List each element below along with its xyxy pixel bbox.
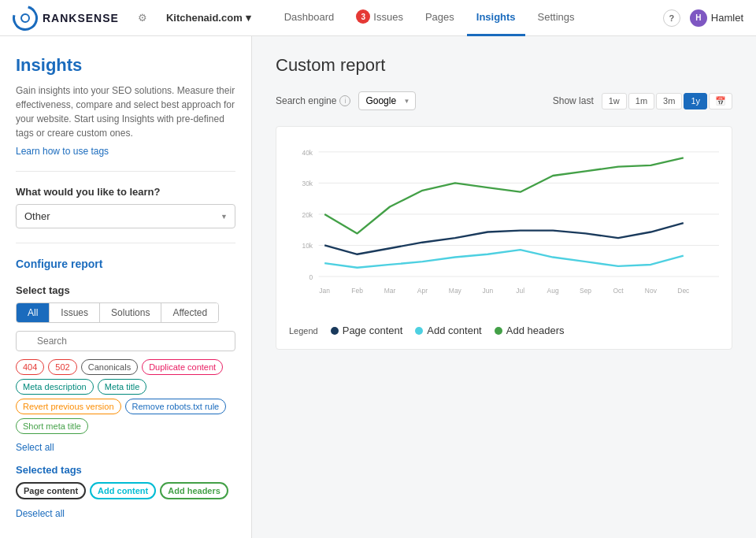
calendar-button[interactable]: 📅	[709, 93, 732, 109]
engine-select-wrapper: Google Bing Yahoo	[358, 91, 416, 110]
selected-tag-add-content[interactable]: Add content	[90, 482, 156, 499]
deselect-all-link[interactable]: Deselect all	[16, 508, 65, 519]
chart-area: 40k 30k 20k 10k 0 Jan Feb Mar Apr May Ju…	[276, 126, 732, 350]
legend-title: Legend	[289, 326, 318, 336]
chart-svg: 40k 30k 20k 10k 0 Jan Feb Mar Apr May Ju…	[289, 139, 719, 315]
main-layout: Insights Gain insights into your SEO sol…	[0, 36, 756, 538]
nav-item-pages[interactable]: Pages	[416, 0, 464, 36]
chevron-down-icon: ▾	[246, 12, 251, 24]
svg-text:Sep: Sep	[580, 287, 591, 295]
svg-text:Aug: Aug	[547, 287, 559, 295]
engine-select[interactable]: Google Bing Yahoo	[358, 91, 416, 110]
engine-info-icon[interactable]: i	[339, 95, 350, 106]
legend-page-content: Page content	[331, 325, 403, 336]
nav-item-dashboard[interactable]: Dashboard	[275, 0, 344, 36]
main-nav: Dashboard 3 Issues Pages Insights Settin…	[275, 0, 647, 37]
selected-tag-page-content[interactable]: Page content	[16, 482, 86, 499]
selected-tags-title: Selected tags	[16, 464, 235, 476]
divider-2	[16, 243, 235, 243]
issues-badge: 3	[356, 9, 370, 24]
controls-row: Search engine i Google Bing Yahoo Show l…	[276, 91, 732, 110]
svg-text:Nov: Nov	[645, 287, 658, 295]
learn-select[interactable]: Other Rankings Traffic Conversions	[16, 204, 235, 228]
legend-dot-add-headers	[495, 327, 502, 335]
divider-1	[16, 171, 235, 172]
legend-add-headers: Add headers	[495, 325, 565, 336]
nav-item-settings[interactable]: Settings	[528, 0, 584, 36]
legend-label-page-content: Page content	[343, 325, 403, 336]
help-button[interactable]: ?	[663, 9, 680, 27]
svg-text:Dec: Dec	[677, 287, 690, 295]
chart-legend: Legend Page content Add content Add head…	[289, 325, 719, 336]
svg-text:Oct: Oct	[613, 287, 624, 295]
svg-text:Jan: Jan	[319, 287, 330, 295]
select-tags-label: Select tags	[16, 284, 235, 296]
legend-label-add-content: Add content	[427, 325, 481, 336]
logo-icon	[8, 1, 43, 35]
avatar: H	[690, 9, 707, 27]
svg-text:Jun: Jun	[482, 287, 493, 295]
nav-item-issues-label: Issues	[373, 11, 403, 23]
selected-tag-add-headers[interactable]: Add headers	[160, 482, 228, 499]
user-menu[interactable]: H Hamlet	[690, 9, 743, 27]
tag-remove-robots[interactable]: Remove robots.txt rule	[125, 399, 227, 414]
main-content: Custom report Search engine i Google Bin…	[252, 36, 756, 538]
time-1w[interactable]: 1w	[602, 93, 627, 109]
time-1m[interactable]: 1m	[628, 93, 654, 109]
selected-tags-list: Page content Add content Add headers	[16, 482, 235, 499]
logo: RANKSENSE	[13, 6, 119, 31]
logo-inner	[20, 13, 30, 23]
legend-dot-page-content	[331, 327, 339, 335]
svg-text:40k: 40k	[302, 149, 313, 157]
select-all-link[interactable]: Select all	[16, 442, 235, 453]
tag-meta-description[interactable]: Meta description	[16, 379, 94, 395]
legend-add-content: Add content	[415, 325, 481, 336]
svg-text:10k: 10k	[302, 242, 313, 250]
configure-report-title: Configure report	[16, 258, 235, 270]
svg-text:Apr: Apr	[417, 287, 428, 295]
legend-dot-add-content	[415, 327, 423, 335]
learn-link[interactable]: Learn how to use tags	[16, 146, 109, 157]
tag-502[interactable]: 502	[48, 359, 76, 375]
tab-solutions[interactable]: Solutions	[100, 303, 161, 322]
learn-select-wrapper: Other Rankings Traffic Conversions	[16, 204, 235, 228]
tab-all[interactable]: All	[17, 303, 50, 322]
report-title: Custom report	[276, 55, 732, 76]
nav-item-issues[interactable]: 3 Issues	[346, 0, 413, 37]
tag-search-wrapper: 🔍	[16, 331, 235, 351]
tag-meta-title[interactable]: Meta title	[98, 379, 147, 395]
tag-search-input[interactable]	[16, 331, 235, 351]
tag-duplicate-content[interactable]: Duplicate content	[142, 359, 223, 375]
svg-text:Feb: Feb	[351, 287, 363, 295]
svg-text:Jul: Jul	[516, 287, 524, 295]
tag-short-meta[interactable]: Short meta title	[16, 418, 88, 434]
site-selector[interactable]: Kitchenaid.com ▾	[166, 12, 251, 24]
logo-text: RANKSENSE	[43, 12, 119, 24]
legend-label-add-headers: Add headers	[506, 325, 565, 336]
tag-canonicals[interactable]: Canonicals	[81, 359, 138, 375]
gear-icon[interactable]: ⚙	[135, 9, 150, 27]
site-name: Kitchenaid.com	[166, 12, 243, 24]
tags-tabs: All Issues Solutions Affected	[16, 302, 219, 323]
time-buttons: 1w 1m 3m 1y 📅	[602, 93, 732, 109]
tag-revert-previous[interactable]: Revert previous version	[16, 399, 121, 414]
user-name: Hamlet	[711, 12, 743, 24]
svg-text:30k: 30k	[302, 180, 313, 187]
tab-affected[interactable]: Affected	[161, 303, 218, 322]
show-last-label: Show last	[553, 95, 594, 106]
header-right: ? H Hamlet	[663, 9, 743, 27]
line-chart: 40k 30k 20k 10k 0 Jan Feb Mar Apr May Ju…	[289, 139, 719, 313]
time-3m[interactable]: 3m	[656, 93, 682, 109]
svg-text:Mar: Mar	[384, 287, 396, 295]
nav-item-insights[interactable]: Insights	[467, 0, 525, 36]
sidebar-title: Insights	[16, 55, 235, 76]
tags-list: 404 502 Canonicals Duplicate content Met…	[16, 359, 235, 434]
sidebar-description: Gain insights into your SEO solutions. M…	[16, 83, 235, 140]
svg-text:May: May	[449, 287, 462, 295]
header: RANKSENSE ⚙ Kitchenaid.com ▾ Dashboard 3…	[0, 0, 756, 36]
time-1y[interactable]: 1y	[684, 93, 707, 109]
tab-issues[interactable]: Issues	[50, 303, 100, 322]
tag-404[interactable]: 404	[16, 359, 44, 375]
engine-label: Search engine i	[276, 95, 350, 106]
svg-text:20k: 20k	[302, 211, 313, 219]
